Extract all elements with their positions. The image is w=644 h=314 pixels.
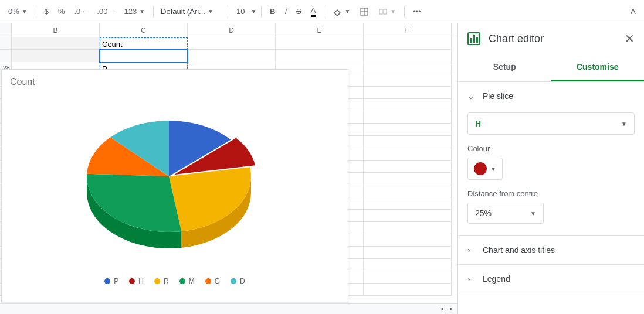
select-all-corner[interactable]: [0, 23, 12, 37]
colour-label: Colour: [467, 144, 635, 153]
chevron-right-icon: ›: [467, 245, 474, 255]
column-header-d[interactable]: D: [188, 23, 276, 37]
svg-rect-3: [379, 9, 382, 14]
chart-editor-icon: [467, 32, 480, 45]
column-header-f[interactable]: F: [364, 23, 452, 37]
embedded-chart[interactable]: Count PHRMGD: [1, 69, 348, 302]
section-chart-titles-header[interactable]: › Chart and axis titles: [458, 236, 644, 264]
section-pie-slice-header[interactable]: ⌄ Pie slice: [458, 82, 644, 110]
legend-item: R: [154, 277, 169, 285]
tab-setup[interactable]: Setup: [458, 54, 551, 81]
scroll-right-icon[interactable]: ▸: [447, 305, 455, 313]
cell[interactable]: [188, 50, 276, 62]
cell[interactable]: [276, 50, 364, 62]
legend-item: D: [231, 277, 245, 285]
strikethrough-button[interactable]: S: [293, 5, 305, 18]
pie-chart: [52, 94, 298, 270]
distance-label: Distance from centre: [467, 189, 635, 198]
chevron-right-icon: ›: [467, 274, 474, 284]
merge-cells-button[interactable]: ▼: [375, 5, 399, 19]
text-color-button[interactable]: A: [307, 4, 320, 19]
legend-item: G: [205, 277, 220, 285]
panel-title: Chart editor: [489, 33, 616, 45]
column-header-c[interactable]: C: [100, 23, 188, 37]
svg-rect-4: [384, 9, 387, 14]
slice-select-dropdown[interactable]: H ▼: [467, 112, 635, 135]
legend-item: M: [179, 277, 195, 285]
legend-item: H: [129, 277, 144, 285]
column-header-e[interactable]: E: [276, 23, 364, 37]
close-panel-button[interactable]: ✕: [625, 32, 635, 46]
scroll-left-icon[interactable]: ◂: [438, 305, 446, 313]
cell[interactable]: [364, 62, 452, 74]
paint-bucket-icon: [333, 7, 342, 16]
font-size-select[interactable]: 10 ▼: [233, 5, 256, 18]
italic-button[interactable]: I: [281, 5, 290, 18]
section-legend-header[interactable]: › Legend: [458, 265, 644, 293]
format-currency[interactable]: $: [41, 5, 52, 18]
cell[interactable]: [12, 37, 100, 50]
zoom-dropdown[interactable]: 0%▼: [5, 5, 31, 18]
more-toolbar[interactable]: •••: [409, 5, 425, 18]
legend-item: P: [104, 277, 118, 285]
chart-title: Count: [2, 70, 348, 94]
colour-swatch: [474, 162, 487, 175]
cell[interactable]: [364, 50, 452, 62]
cell[interactable]: [12, 50, 100, 62]
chevron-down-icon: ⌄: [467, 91, 474, 101]
horizontal-scrollbar[interactable]: ◂ ▸: [0, 303, 457, 314]
chart-editor-panel: Chart editor ✕ Setup Customise ⌄ Pie sli…: [457, 23, 644, 314]
increase-decimal[interactable]: .00→: [93, 5, 118, 18]
tab-customise[interactable]: Customise: [551, 54, 645, 81]
bold-button[interactable]: B: [266, 5, 279, 18]
more-formats[interactable]: 123▼: [120, 5, 148, 18]
collapse-toolbar[interactable]: ᐱ: [627, 5, 639, 18]
spreadsheet-grid[interactable]: B C D E F Count: [0, 23, 457, 314]
borders-button[interactable]: [356, 5, 372, 19]
font-family-select[interactable]: Default (Ari...▼: [158, 5, 223, 18]
row-header[interactable]: [0, 50, 12, 62]
merge-icon: [378, 7, 388, 16]
slice-colour-picker[interactable]: ▼: [467, 158, 503, 180]
active-cell[interactable]: [100, 50, 188, 62]
distance-dropdown[interactable]: 25% ▼: [467, 203, 544, 224]
cell[interactable]: [188, 37, 276, 50]
toolbar: 0%▼ $ % .0← .00→ 123▼ Default (Ari...▼ 1…: [0, 0, 644, 23]
format-percent[interactable]: %: [55, 5, 69, 18]
cell[interactable]: [364, 37, 452, 50]
chart-legend: PHRMGD: [2, 277, 348, 285]
decrease-decimal[interactable]: .0←: [71, 5, 91, 18]
row-header[interactable]: [0, 37, 12, 50]
column-header-b[interactable]: B: [12, 23, 100, 37]
fill-color-button[interactable]: ▼: [329, 5, 354, 19]
borders-icon: [360, 7, 369, 16]
cell[interactable]: [276, 37, 364, 50]
cell-c-count[interactable]: Count: [100, 37, 188, 50]
